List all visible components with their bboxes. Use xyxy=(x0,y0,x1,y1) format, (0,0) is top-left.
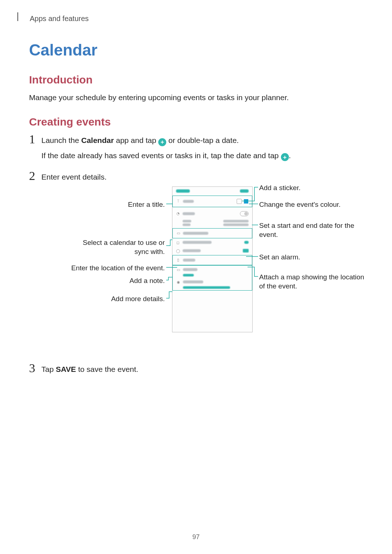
callout-note: Add a note. xyxy=(70,276,165,286)
calendar-app-name: Calendar xyxy=(81,136,114,144)
map-button xyxy=(243,249,249,253)
colour-icon xyxy=(244,199,248,204)
step-number: 3 xyxy=(29,362,41,374)
callout-details: Add more details. xyxy=(70,295,165,304)
plus-icon: + xyxy=(281,153,289,161)
step-1-note: If the date already has saved events or … xyxy=(41,151,281,160)
step-3: 3 Tap SAVE to save the event. xyxy=(29,364,363,375)
step-1-text-a: Launch the xyxy=(41,136,81,144)
callout-sticker: Add a sticker. xyxy=(259,184,368,193)
breadcrumb: Apps and features xyxy=(30,15,363,23)
save-label: SAVE xyxy=(56,365,76,373)
page-number: 97 xyxy=(0,533,392,541)
step-2-text: Enter event details. xyxy=(41,171,363,183)
phone-screenshot: T ◔ xyxy=(172,186,253,332)
callout-map: Attach a map showing the location of the… xyxy=(259,273,368,291)
callout-alarm: Set an alarm. xyxy=(259,253,368,262)
step-3-text-b: to save the event. xyxy=(76,365,138,373)
step-1: 1 Launch the Calendar app and tap + or d… xyxy=(29,135,363,161)
step-1-text-b: app and tap xyxy=(114,136,159,144)
event-form-diagram: T ◔ xyxy=(41,186,363,342)
step-number: 2 xyxy=(29,170,41,182)
plus-icon: + xyxy=(158,138,166,146)
section-introduction: Introduction xyxy=(29,74,363,86)
step-3-text-a: Tap xyxy=(41,365,56,373)
callout-dates: Set a start and end date for the event. xyxy=(259,221,368,239)
intro-paragraph: Manage your schedule by entering upcomin… xyxy=(29,93,363,103)
callout-calendar: Select a calendar to use or sync with. xyxy=(70,238,165,256)
step-1-note-end: . xyxy=(289,151,291,160)
callout-title: Enter a title. xyxy=(70,200,165,209)
page-title: Calendar xyxy=(29,41,363,59)
step-2: 2 Enter event details. T xyxy=(29,171,363,353)
callout-colour: Change the event's colour. xyxy=(259,200,368,209)
step-number: 1 xyxy=(29,133,41,145)
callout-location: Enter the location of the event. xyxy=(70,264,165,273)
step-1-text-c: or double-tap a date. xyxy=(166,136,239,144)
section-creating-events: Creating events xyxy=(29,116,363,128)
sticker-icon xyxy=(237,199,242,204)
